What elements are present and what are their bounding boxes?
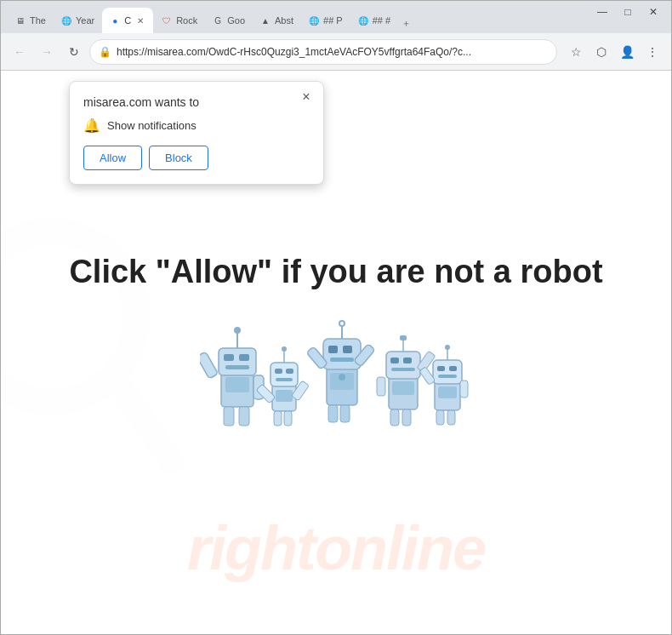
svg-rect-19	[286, 369, 293, 374]
svg-point-35	[339, 374, 345, 380]
tab-close-3[interactable]: ✕	[134, 14, 146, 26]
tab-3[interactable]: ● C ✕	[102, 8, 153, 33]
tab-7[interactable]: 🌐 ## P	[301, 8, 350, 33]
main-heading: Click "Allow" if you are not a robot	[69, 254, 602, 290]
svg-rect-8	[225, 365, 249, 369]
popup-close-button[interactable]: ×	[298, 89, 315, 106]
window-controls: — □ ✕	[590, 3, 665, 20]
svg-rect-48	[390, 409, 399, 426]
svg-rect-57	[449, 366, 457, 371]
permission-text: Show notifications	[107, 119, 196, 132]
svg-rect-45	[403, 358, 412, 363]
svg-rect-3	[219, 348, 256, 375]
svg-line-1	[116, 380, 171, 461]
tab-label-7: ## P	[323, 15, 343, 26]
svg-rect-15	[271, 363, 298, 386]
svg-rect-53	[433, 360, 462, 384]
popup-buttons: Allow Block	[83, 146, 310, 170]
new-tab-btn[interactable]: ＋	[401, 17, 411, 33]
cast-icon[interactable]: ⬡	[589, 40, 613, 64]
tab-1[interactable]: 🖥 The	[8, 8, 53, 33]
svg-rect-61	[447, 410, 455, 425]
svg-rect-21	[276, 390, 293, 402]
tab-label-6: Abst	[275, 15, 293, 26]
forward-button[interactable]: →	[35, 40, 59, 64]
svg-point-55	[445, 345, 450, 350]
watermark-text: rightonline	[187, 513, 485, 583]
browser-window: 🖥 The 🌐 Year ● C ✕ 🛡 Rock G Goo ▲ Abst 🌐…	[0, 0, 672, 635]
svg-rect-41	[386, 352, 420, 379]
svg-rect-18	[275, 369, 282, 374]
svg-rect-58	[438, 375, 457, 378]
tab-6[interactable]: ▲ Abst	[253, 8, 300, 33]
tab-label-1: The	[30, 15, 46, 26]
svg-point-17	[282, 346, 287, 352]
allow-button[interactable]: Allow	[83, 146, 142, 170]
svg-rect-20	[276, 378, 293, 381]
tab-icon-6: ▲	[259, 14, 271, 26]
bookmark-star-icon[interactable]: ☆	[564, 40, 588, 64]
svg-rect-7	[239, 354, 249, 361]
svg-rect-9	[225, 377, 249, 392]
robots-illustration	[200, 316, 472, 452]
tab-label-3: C	[124, 15, 131, 26]
close-button[interactable]: ✕	[641, 3, 665, 20]
block-button[interactable]: Block	[149, 146, 208, 170]
robots-svg	[200, 316, 472, 452]
svg-point-30	[340, 322, 344, 325]
svg-rect-56	[437, 366, 445, 371]
url-text: https://misarea.com/OwdC-rHsc0Quzgi3_1mc…	[117, 46, 548, 58]
notification-popup: × misarea.com wants to 🔔 Show notificati…	[69, 81, 324, 185]
profile-icon[interactable]: 👤	[615, 40, 639, 64]
address-bar[interactable]: 🔒 https://misarea.com/OwdC-rHsc0Quzgi3_1…	[89, 39, 557, 65]
svg-rect-60	[436, 410, 444, 425]
tab-icon-3: ●	[109, 14, 121, 26]
lock-icon: 🔒	[99, 46, 111, 58]
svg-rect-47	[392, 381, 414, 395]
svg-rect-11	[239, 407, 249, 426]
browser-viewport: × misarea.com wants to 🔔 Show notificati…	[1, 71, 671, 634]
svg-rect-31	[328, 346, 338, 353]
tab-icon-8: 🌐	[357, 14, 369, 26]
svg-rect-44	[390, 358, 399, 363]
minimize-button[interactable]: —	[590, 3, 614, 20]
svg-rect-51	[377, 377, 385, 396]
popup-title: misarea.com wants to	[83, 95, 310, 109]
tab-8[interactable]: 🌐 ## #	[350, 8, 397, 33]
tab-icon-4: 🛡	[161, 14, 173, 26]
reload-button[interactable]: ↻	[62, 40, 86, 64]
tab-4[interactable]: 🛡 Rock	[154, 8, 204, 33]
address-bar-actions: ☆ ⬡ 👤 ⋮	[564, 40, 664, 64]
menu-icon[interactable]: ⋮	[641, 40, 664, 64]
svg-rect-33	[330, 358, 354, 362]
tab-icon-1: 🖥	[14, 14, 26, 26]
maximize-button[interactable]: □	[616, 3, 640, 20]
svg-rect-23	[284, 411, 292, 426]
bell-icon: 🔔	[83, 117, 100, 134]
svg-rect-32	[343, 346, 352, 353]
svg-rect-10	[224, 407, 234, 426]
svg-rect-46	[391, 368, 415, 371]
address-bar-row: ← → ↻ 🔒 https://misarea.com/OwdC-rHsc0Qu…	[1, 33, 671, 71]
tab-label-4: Rock	[176, 15, 197, 26]
svg-rect-59	[438, 386, 457, 398]
svg-rect-22	[274, 411, 282, 426]
tab-icon-7: 🌐	[308, 14, 320, 26]
tab-5[interactable]: G Goo	[205, 8, 252, 33]
tab-bar: 🖥 The 🌐 Year ● C ✕ 🛡 Rock G Goo ▲ Abst 🌐…	[1, 1, 671, 33]
tab-label-8: ## #	[373, 15, 390, 26]
svg-rect-36	[328, 405, 338, 422]
svg-rect-6	[224, 354, 234, 361]
back-button[interactable]: ←	[8, 40, 31, 64]
tab-label-2: Year	[76, 15, 94, 26]
svg-rect-43	[400, 335, 407, 340]
tab-icon-2: 🌐	[60, 14, 72, 26]
svg-point-5	[234, 327, 241, 334]
svg-rect-63	[460, 380, 468, 398]
tab-2[interactable]: 🌐 Year	[54, 8, 101, 33]
svg-rect-37	[340, 405, 350, 422]
tab-label-5: Goo	[227, 15, 245, 26]
svg-rect-12	[200, 352, 219, 379]
svg-rect-49	[402, 409, 411, 426]
tab-icon-5: G	[212, 14, 224, 26]
